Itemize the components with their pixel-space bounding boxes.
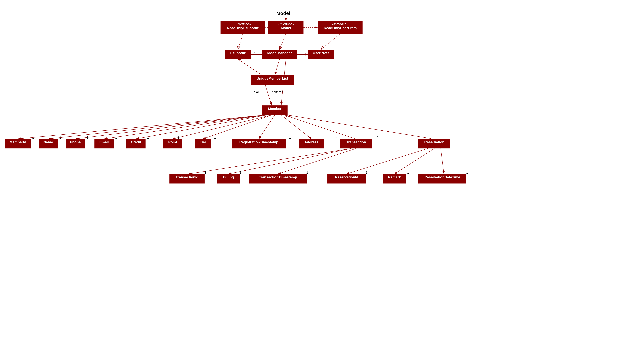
mult-1-billing: 1 xyxy=(240,171,242,174)
classname-ezfoodie: EzFoodie xyxy=(227,51,249,55)
classname-reservation: Reservation xyxy=(420,140,448,144)
mult-1-phone: 1 xyxy=(86,136,88,139)
svg-line-27 xyxy=(284,115,354,139)
classname-reservationdatetime: ReservationDateTime xyxy=(420,175,464,179)
uml-box-transactiontimestamp: TransactionTimestamp xyxy=(249,174,307,183)
uml-box-billing: Billing xyxy=(217,174,240,183)
classname-name: Name xyxy=(40,140,56,144)
mult-1-remark: 1 xyxy=(407,171,409,174)
mult-1-tid: 1 xyxy=(204,171,206,174)
svg-line-15 xyxy=(275,59,280,75)
mult-1-resid: 1 xyxy=(366,171,368,174)
uml-box-point: Point xyxy=(163,139,182,149)
classname-userprefs: UserPrefs xyxy=(310,51,332,55)
uml-box-interface-model: «Interface»Model xyxy=(268,21,304,34)
uml-box-reservationdatetime: ReservationDateTime xyxy=(418,174,466,183)
label-all: * all xyxy=(254,90,259,94)
uml-box-interface-readonlyuserprefs: «Interface»ReadOnlyUserPrefs xyxy=(318,21,362,34)
uml-box-transaction: Transaction xyxy=(340,139,372,149)
classname-reservationid: ReservationId xyxy=(329,175,364,179)
classname-registrationtimestamp: RegistrationTimestamp xyxy=(234,140,284,144)
classname-modelmanager: ModelManager xyxy=(264,51,295,55)
svg-marker-28 xyxy=(285,115,288,117)
classname-phone: Phone xyxy=(68,140,83,144)
uml-box-memberid: MemberId xyxy=(5,139,31,149)
mult-1-memberid: 1 xyxy=(32,136,34,139)
uml-box-reservationid: ReservationId xyxy=(328,174,366,183)
mult-star-transaction: * xyxy=(377,136,378,139)
svg-line-18 xyxy=(18,115,265,139)
svg-line-10 xyxy=(321,34,340,49)
uml-box-modelmanager: ModelManager xyxy=(262,50,297,59)
mult-1-regts: 1 xyxy=(289,136,291,139)
uml-box-userprefs: UserPrefs xyxy=(308,50,334,59)
uml-box-transactionid: TransactionId xyxy=(170,174,204,183)
svg-line-32 xyxy=(228,149,351,174)
uml-box-remark: Remark xyxy=(383,174,406,183)
classname-transaction: Transaction xyxy=(342,140,370,144)
classname-member: Member xyxy=(264,107,286,111)
mult-1-email: 1 xyxy=(115,136,117,139)
svg-line-33 xyxy=(278,149,356,174)
uml-box-address: Address xyxy=(299,139,324,149)
classname-interface-model: Model xyxy=(270,26,302,30)
classname-address: Address xyxy=(300,140,322,144)
uml-box-phone: Phone xyxy=(66,139,85,149)
svg-line-20 xyxy=(75,115,265,139)
svg-line-35 xyxy=(394,149,434,174)
uml-box-tier: Tier xyxy=(195,139,211,149)
svg-line-16 xyxy=(265,85,272,105)
svg-line-36 xyxy=(441,149,444,174)
mult-1-resdt: 1 xyxy=(466,171,468,174)
stereotype-interface-readonlyezfoodie: «Interface» xyxy=(222,22,263,26)
mult-1-userprefs: 1 xyxy=(302,51,304,55)
mult-1-credit: 1 xyxy=(147,136,149,139)
classname-interface-readonlyuserprefs: ReadOnlyUserPrefs xyxy=(320,26,360,30)
mult-star-address: * xyxy=(336,136,337,139)
svg-line-19 xyxy=(48,115,265,139)
stereotype-interface-model: «Interface» xyxy=(270,22,302,26)
uml-box-ezfoodie: EzFoodie xyxy=(225,50,251,59)
svg-line-24 xyxy=(203,115,272,139)
svg-line-29 xyxy=(288,115,431,139)
classname-remark: Remark xyxy=(385,175,404,179)
svg-line-21 xyxy=(104,115,265,139)
svg-line-13 xyxy=(238,59,262,75)
svg-line-31 xyxy=(188,149,351,174)
svg-line-22 xyxy=(136,115,267,139)
diagram-title: Model xyxy=(276,11,290,16)
svg-line-26 xyxy=(281,115,312,139)
uml-box-interface-readonlyezfoodie: «Interface»ReadOnlyEzFoodie xyxy=(220,21,265,34)
label-filtered: * filtered xyxy=(272,90,283,94)
svg-line-25 xyxy=(259,115,275,139)
svg-line-9 xyxy=(280,34,286,49)
uml-box-credit: Credit xyxy=(126,139,146,149)
classname-transactionid: TransactionId xyxy=(171,175,203,179)
uml-box-uniquememberlist: UniqueMemberList xyxy=(251,75,294,85)
classname-email: Email xyxy=(96,140,112,144)
classname-interface-readonlyezfoodie: ReadOnlyEzFoodie xyxy=(222,26,263,30)
stereotype-interface-readonlyuserprefs: «Interface» xyxy=(320,22,360,26)
classname-point: Point xyxy=(165,140,180,144)
svg-line-23 xyxy=(173,115,272,139)
svg-marker-30 xyxy=(288,115,291,117)
svg-line-34 xyxy=(346,149,428,174)
diagram-container: Model * all * filtered 1 1 1 1 1 1 1 1 *… xyxy=(0,0,644,338)
classname-credit: Credit xyxy=(128,140,144,144)
classname-uniquememberlist: UniqueMemberList xyxy=(253,76,292,81)
uml-box-registrationtimestamp: RegistrationTimestamp xyxy=(232,139,286,149)
uml-box-reservation: Reservation xyxy=(418,139,450,149)
classname-memberid: MemberId xyxy=(7,140,29,144)
svg-line-8 xyxy=(238,34,243,49)
classname-transactiontimestamp: TransactionTimestamp xyxy=(251,175,305,179)
uml-box-name: Name xyxy=(38,139,58,149)
classname-tier: Tier xyxy=(197,140,209,144)
uml-box-email: Email xyxy=(94,139,114,149)
classname-billing: Billing xyxy=(219,175,238,179)
mult-1-ezfoodie: 1 xyxy=(254,51,256,55)
mult-1-name: 1 xyxy=(59,136,61,139)
uml-box-member: Member xyxy=(262,105,288,115)
mult-1-tier: 1 xyxy=(214,136,216,139)
